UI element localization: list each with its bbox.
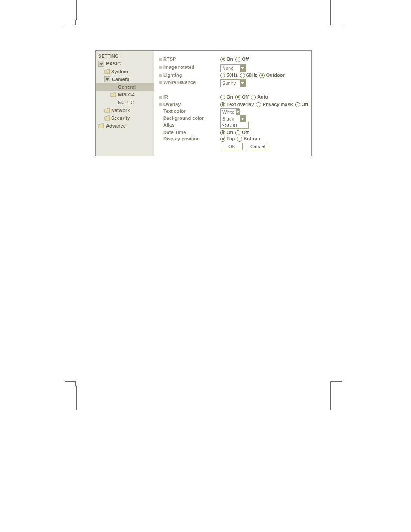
datetime-label: Date/Time — [163, 129, 219, 136]
sidebar-item-general[interactable]: General — [96, 83, 154, 91]
lighting-50hz-radio[interactable]: 50Hz — [220, 72, 238, 78]
sidebar-general-label: General — [118, 83, 136, 91]
sidebar-item-basic[interactable]: BASIC — [96, 60, 154, 68]
lighting-outdoor-radio[interactable]: Outdoor — [259, 72, 284, 78]
overlay-off-radio[interactable]: Off — [295, 101, 308, 108]
bg-color-label: Background color — [163, 115, 219, 121]
collapse-icon[interactable] — [98, 61, 104, 67]
chevron-down-icon — [240, 115, 246, 122]
alias-label: Alias — [163, 122, 219, 128]
white-balance-select[interactable]: Sunny — [220, 79, 246, 87]
ok-button[interactable]: OK — [221, 143, 243, 150]
settings-panel: SETTING BASIC System Camera General — [95, 50, 312, 156]
sidebar-item-camera[interactable]: Camera — [96, 75, 154, 83]
datetime-off-radio[interactable]: Off — [235, 129, 249, 136]
sidebar-title: SETTING — [96, 51, 154, 60]
folder-icon — [104, 68, 110, 75]
ir-auto-radio[interactable]: Auto — [251, 94, 268, 100]
folder-icon — [104, 107, 110, 113]
datetime-on-radio[interactable]: On — [220, 129, 233, 136]
position-top-radio[interactable]: Top — [220, 136, 235, 142]
ir-on-radio[interactable]: On — [220, 94, 233, 100]
overlay-privacy-radio[interactable]: Privacy mask — [256, 101, 293, 108]
sidebar-item-mjpeg[interactable]: MJPEG — [96, 99, 154, 106]
chevron-down-icon — [240, 80, 246, 87]
collapse-icon[interactable] — [104, 76, 110, 82]
sidebar-advance-label: Advance — [106, 122, 126, 130]
folder-icon — [104, 115, 110, 121]
sidebar-item-network[interactable]: Network — [96, 106, 154, 114]
image-rotated-select[interactable]: None — [220, 64, 246, 72]
rtsp-label: RTSP — [159, 56, 215, 62]
folder-icon — [98, 123, 104, 129]
sidebar-system-label: System — [111, 68, 128, 75]
sidebar: SETTING BASIC System Camera General — [96, 51, 154, 156]
sidebar-mpeg4-label: MPEG4 — [118, 91, 135, 99]
text-color-label: Text color — [163, 108, 219, 115]
rtsp-off-radio[interactable]: Off — [235, 56, 249, 62]
overlay-text-radio[interactable]: Text overlay — [220, 101, 254, 108]
image-rotated-label: Image rotated — [159, 64, 215, 71]
white-balance-label: White Balance — [159, 79, 215, 86]
position-label: Display position — [163, 136, 219, 142]
lighting-60hz-radio[interactable]: 60Hz — [240, 72, 258, 78]
sidebar-item-security[interactable]: Security — [96, 114, 154, 122]
alias-input[interactable] — [220, 122, 249, 129]
sidebar-item-system[interactable]: System — [96, 68, 154, 75]
sidebar-item-advance[interactable]: Advance — [96, 122, 154, 130]
cancel-button[interactable]: Cancel — [247, 143, 268, 150]
sidebar-mjpeg-label: MJPEG — [118, 99, 134, 106]
ir-label: IR — [159, 94, 215, 100]
sidebar-item-mpeg4[interactable]: MPEG4 — [96, 91, 154, 99]
overlay-label: Overlay — [159, 101, 215, 108]
chevron-down-icon — [236, 109, 240, 115]
ir-off-radio[interactable]: Off — [235, 94, 249, 100]
chevron-down-icon — [240, 65, 246, 72]
sidebar-camera-label: Camera — [112, 75, 129, 83]
content-area: RTSP On Off Image rotated None Lighting … — [154, 51, 311, 156]
position-bottom-radio[interactable]: Bottom — [237, 136, 260, 142]
sidebar-basic-label: BASIC — [106, 60, 121, 68]
sidebar-network-label: Network — [111, 106, 130, 114]
rtsp-on-radio[interactable]: On — [220, 56, 233, 62]
lighting-label: Lighting — [159, 72, 215, 78]
sidebar-security-label: Security — [111, 114, 130, 122]
folder-icon — [110, 92, 116, 98]
